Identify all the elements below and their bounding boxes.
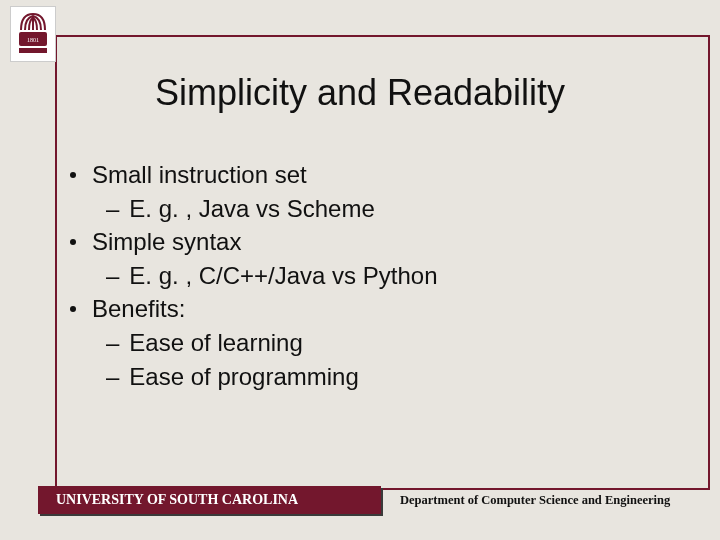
bullet-level-2: –Ease of programming <box>106 360 680 394</box>
slide-content: Small instruction set –E. g. , Java vs S… <box>60 158 680 393</box>
bullet-text: Ease of learning <box>129 326 302 360</box>
bullet-text: Small instruction set <box>92 158 307 192</box>
svg-text:1801: 1801 <box>27 37 39 43</box>
footer-department: Department of Computer Science and Engin… <box>400 486 710 514</box>
department-name: Department of Computer Science and Engin… <box>400 493 670 508</box>
bullet-level-2: –E. g. , Java vs Scheme <box>106 192 680 226</box>
bullet-text: Simple syntax <box>92 225 241 259</box>
bullet-level-1: Small instruction set <box>70 158 680 192</box>
footer-university-bar: UNIVERSITY OF SOUTH CAROLINA <box>38 486 381 514</box>
bullet-level-1: Simple syntax <box>70 225 680 259</box>
bullet-text: Benefits: <box>92 292 185 326</box>
bullet-level-1: Benefits: <box>70 292 680 326</box>
bullet-level-2: –Ease of learning <box>106 326 680 360</box>
bullet-level-2: –E. g. , C/C++/Java vs Python <box>106 259 680 293</box>
university-name: UNIVERSITY OF SOUTH CAROLINA <box>56 492 298 508</box>
bullet-text: Ease of programming <box>129 360 358 394</box>
slide-title: Simplicity and Readability <box>0 72 720 114</box>
svg-rect-1 <box>19 48 47 53</box>
bullet-text: E. g. , C/C++/Java vs Python <box>129 259 437 293</box>
bullet-text: E. g. , Java vs Scheme <box>129 192 374 226</box>
university-logo: 1801 <box>10 6 56 62</box>
